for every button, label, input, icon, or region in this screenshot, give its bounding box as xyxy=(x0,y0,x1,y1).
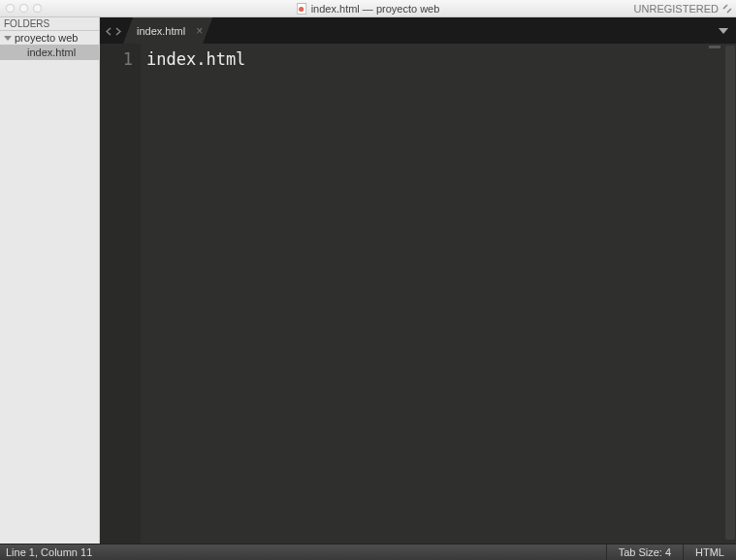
code-line: index.html xyxy=(146,49,245,69)
tab-bar: index.html × xyxy=(100,17,736,44)
minimize-window-button[interactable] xyxy=(19,4,28,13)
editor-body[interactable]: 1 index.html xyxy=(100,44,736,544)
titlebar: index.html — proyecto web UNREGISTERED xyxy=(0,0,736,17)
sidebar-file[interactable]: index.html xyxy=(0,45,99,60)
sidebar-file-label: index.html xyxy=(27,47,76,58)
sidebar-folder-label: proyecto web xyxy=(15,32,78,44)
code-area[interactable]: index.html xyxy=(141,44,724,544)
editor-pane: index.html × 1 index.html xyxy=(100,17,736,544)
chevron-down-icon xyxy=(719,28,728,34)
tab-overflow[interactable] xyxy=(719,17,736,44)
document-icon xyxy=(297,3,306,15)
zoom-window-button[interactable] xyxy=(33,4,42,13)
window-title-text: index.html — proyecto web xyxy=(311,3,440,15)
unregistered-label: UNREGISTERED xyxy=(634,3,719,15)
sidebar-header: FOLDERS xyxy=(0,17,99,31)
scrollbar[interactable] xyxy=(724,44,736,544)
status-bar: Line 1, Column 11 Tab Size: 4 HTML xyxy=(0,544,736,560)
sidebar-folder[interactable]: proyecto web xyxy=(0,31,99,45)
scrollbar-thumb[interactable] xyxy=(725,46,735,540)
tab-label: index.html xyxy=(137,25,185,37)
nav-back-icon[interactable] xyxy=(106,22,112,40)
tab-index-html[interactable]: index.html × xyxy=(123,17,212,44)
main-area: FOLDERS proyecto web index.html index.ht… xyxy=(0,17,736,544)
chevron-down-icon xyxy=(4,36,12,41)
sidebar: FOLDERS proyecto web index.html xyxy=(0,17,100,544)
tab-nav xyxy=(100,17,127,44)
close-window-button[interactable] xyxy=(6,4,15,13)
line-number: 1 xyxy=(100,47,133,71)
status-tabsize[interactable]: Tab Size: 4 xyxy=(606,544,683,560)
close-icon[interactable]: × xyxy=(196,25,203,37)
fullscreen-icon[interactable] xyxy=(722,4,732,14)
window-controls xyxy=(0,4,42,13)
status-position[interactable]: Line 1, Column 11 xyxy=(0,546,98,558)
gutter: 1 xyxy=(100,44,141,544)
status-syntax[interactable]: HTML xyxy=(683,544,736,560)
minimap-indicator xyxy=(709,46,720,48)
nav-forward-icon[interactable] xyxy=(114,22,121,40)
window-title: index.html — proyecto web xyxy=(297,3,440,15)
